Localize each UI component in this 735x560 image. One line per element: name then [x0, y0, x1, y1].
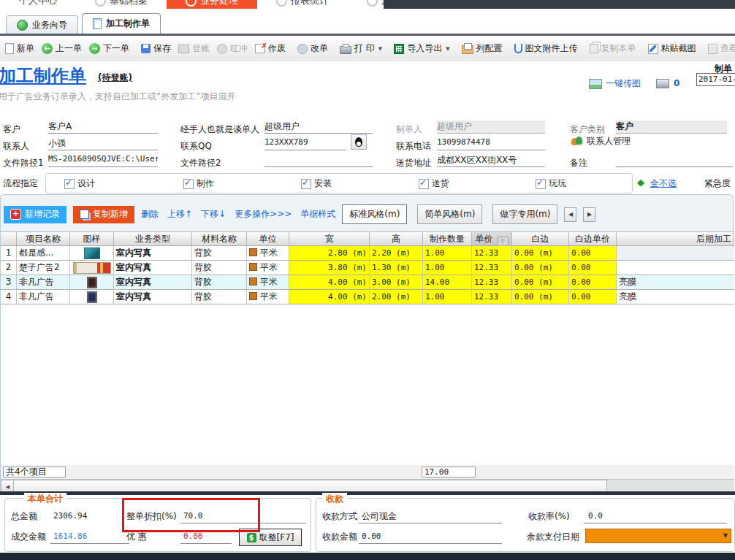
cell-price[interactable]: 12.33 [472, 275, 512, 290]
attachment-upload-button[interactable]: 图文附件上传 [511, 39, 582, 58]
table-row[interactable]: 1都是感...室内写真背胶平米2.80 (m)2.20 (m)1.0012.33… [1, 246, 734, 261]
import-export-button[interactable]: 导入导出▼ [390, 39, 453, 58]
page-title[interactable]: 加工制作单 [0, 64, 86, 88]
price-filter-icon[interactable]: ▽ [498, 237, 509, 246]
process-step-install[interactable]: 安装 [301, 177, 332, 190]
handler-input[interactable]: 超级用户 [264, 120, 373, 134]
cell-post[interactable] [617, 261, 734, 275]
cell-edge_price[interactable]: 0.00 [569, 275, 617, 290]
process-step-deliver[interactable]: 送货 [419, 177, 449, 190]
style-zuozi-tab[interactable]: 做字专用(m) [492, 204, 557, 224]
payment-rate-input[interactable]: 0.0 [588, 511, 603, 521]
cell-edge_price[interactable]: 0.00 [569, 246, 617, 261]
cell-qty[interactable]: 1.00 [423, 246, 472, 261]
filepath2-input[interactable] [264, 154, 373, 167]
checkbox-checked-icon[interactable] [419, 179, 429, 189]
qq-button[interactable] [351, 134, 367, 150]
process-step-play[interactable]: 玩玩 [536, 177, 566, 190]
cell-image[interactable] [70, 290, 114, 304]
category-input[interactable]: 客户 [616, 120, 727, 134]
order-date-input[interactable]: 2017-01-0 [696, 73, 735, 86]
customer-input[interactable]: 客户A [48, 120, 158, 134]
cell-image[interactable] [70, 275, 114, 290]
prev-order-button[interactable]: 上一单 [38, 39, 85, 58]
cell-height[interactable]: 1.30 (m) [370, 261, 423, 275]
cell-material[interactable]: 背胶 [192, 246, 247, 261]
style-standard-tab[interactable]: 标准风格(m) [342, 204, 407, 224]
payment-amount-input[interactable]: 0.00 [362, 532, 381, 541]
checkbox-checked-icon[interactable] [183, 179, 194, 189]
cell-edge_price[interactable]: 0.00 [569, 290, 617, 304]
cell-num[interactable]: 2 [1, 261, 17, 275]
cell-qty[interactable]: 1.00 [423, 261, 472, 275]
tab-business-wizard[interactable]: 业务向导 [6, 15, 78, 34]
column-header-9[interactable]: 单价▽ [472, 231, 512, 246]
cell-width[interactable]: 2.80 (m) [289, 246, 370, 261]
process-step-produce[interactable]: 制作 [183, 177, 214, 190]
cell-type[interactable]: 室内写真 [114, 290, 192, 304]
cell-material[interactable]: 背胶 [192, 290, 247, 304]
cell-qty[interactable]: 1.00 [423, 290, 472, 304]
deal-amount-input[interactable]: 1614.86 [53, 532, 87, 541]
tab-processing-order[interactable]: 加工制作单 [82, 13, 161, 34]
column-config-button[interactable]: 列配置 [458, 39, 506, 58]
cell-unit[interactable]: 平米 [247, 261, 289, 275]
add-record-button[interactable]: 新增记录 [4, 206, 66, 223]
checkbox-checked-icon[interactable] [536, 179, 546, 189]
cell-qty[interactable]: 14.00 [423, 275, 472, 290]
cell-material[interactable]: 背胶 [192, 261, 247, 275]
filepath1-input[interactable]: MS-20160905QJVE:C:\Users [48, 154, 158, 167]
balance-date-dropdown[interactable] [585, 529, 731, 543]
cell-num[interactable]: 4 [1, 290, 17, 304]
table-row[interactable]: 3非凡广告室内写真背胶平米4.00 (m)3.00 (m)14.0012.330… [1, 275, 734, 290]
cell-material[interactable]: 背胶 [192, 275, 247, 290]
cell-name[interactable]: 非凡广告 [17, 290, 70, 304]
cell-edge[interactable]: 0.00 (m) [512, 290, 569, 304]
copy-add-button[interactable]: 复制新增 [73, 206, 134, 223]
style-simple-tab[interactable]: 简单风格(m) [417, 204, 482, 224]
discount-input[interactable]: 70.0 [183, 511, 203, 521]
coupon-input[interactable]: 0.00 [183, 532, 203, 541]
paste-screenshot-button[interactable]: 粘贴截图 [644, 39, 700, 58]
cell-type[interactable]: 室内写真 [114, 261, 192, 275]
round-button[interactable]: 取整[F7] [239, 529, 302, 546]
cell-height[interactable]: 2.20 (m) [370, 246, 423, 261]
cell-image[interactable] [70, 246, 114, 261]
doc-style-link[interactable]: 单据样式 [300, 208, 335, 220]
payment-method-input[interactable]: 公司现金 [362, 510, 397, 523]
cell-image[interactable] [70, 261, 114, 275]
address-input[interactable]: 成都XX区XX街XX号 [437, 154, 545, 167]
cell-price[interactable]: 12.33 [472, 261, 512, 275]
cell-width[interactable]: 3.80 (m) [289, 261, 370, 275]
checkbox-checked-icon[interactable] [301, 179, 311, 189]
qq-input[interactable]: 123XXX789 [264, 137, 346, 150]
phone-input[interactable]: 13099874478 [437, 137, 545, 150]
cell-price[interactable]: 12.33 [472, 290, 512, 304]
cell-unit[interactable]: 平米 [247, 275, 289, 290]
cell-width[interactable]: 4.00 (m) [289, 290, 370, 304]
contact-management-link[interactable]: 联系人管理 [571, 135, 631, 147]
cell-unit[interactable]: 平米 [247, 246, 289, 261]
contact-input[interactable]: 小强 [48, 137, 158, 150]
scrollbar-thumb[interactable] [13, 480, 607, 492]
print-count-icon[interactable] [656, 79, 669, 88]
cell-unit[interactable]: 平米 [247, 290, 289, 304]
cell-width[interactable]: 4.00 (m) [289, 275, 370, 290]
cell-type[interactable]: 室内写真 [114, 246, 192, 261]
cell-edge[interactable]: 0.00 (m) [512, 246, 569, 261]
void-order-button[interactable]: 作废 [251, 39, 289, 58]
tab-scroll-left-icon[interactable]: ◀ [564, 207, 576, 222]
process-step-design[interactable]: 设计 [64, 177, 95, 190]
cell-name[interactable]: 都是感... [17, 246, 70, 261]
cell-type[interactable]: 室内写真 [114, 275, 192, 290]
cell-price[interactable]: 12.33 [472, 246, 512, 261]
cell-name[interactable]: 非凡广告 [17, 275, 70, 290]
cell-edge[interactable]: 0.00 (m) [512, 261, 569, 275]
cell-num[interactable]: 3 [1, 275, 17, 290]
cell-edge[interactable]: 0.00 (m) [512, 275, 569, 290]
cell-height[interactable]: 2.00 (m) [370, 290, 423, 304]
modify-order-button[interactable]: 改单 [294, 39, 332, 58]
move-up-link[interactable]: 上移↑ [167, 208, 192, 220]
checkbox-checked-icon[interactable] [64, 179, 75, 189]
cell-post[interactable] [617, 246, 734, 261]
